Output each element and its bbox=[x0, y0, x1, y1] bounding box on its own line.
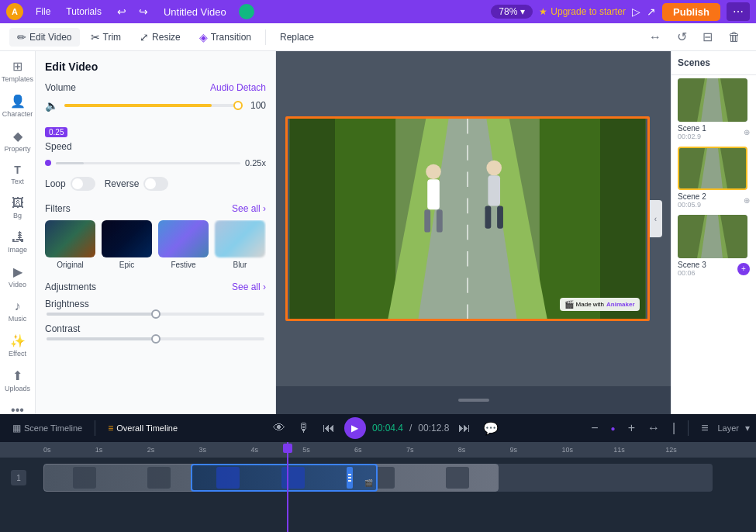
speed-slider[interactable] bbox=[56, 162, 240, 164]
share-icon[interactable]: ↗ bbox=[647, 5, 656, 18]
redo-button[interactable]: ↪ bbox=[136, 4, 151, 19]
watermark-icon: 🎬 bbox=[564, 300, 574, 309]
layers-icon[interactable]: ≡ bbox=[698, 420, 711, 437]
scene-item-2[interactable]: Scene 2 00:05.9 ⊕ bbox=[671, 143, 756, 212]
contrast-slider[interactable] bbox=[47, 337, 264, 340]
brightness-row: Brightness bbox=[45, 299, 266, 316]
undo-button[interactable]: ↩ bbox=[114, 4, 129, 19]
scene-expand-1[interactable]: ⊕ bbox=[744, 128, 750, 136]
flip-icon[interactable]: ↔ bbox=[643, 27, 668, 47]
zoom-plus-icon[interactable]: + bbox=[625, 420, 638, 437]
playhead-handle[interactable] bbox=[283, 444, 292, 453]
current-time: 00:04.4 bbox=[372, 423, 403, 434]
overall-timeline-tab[interactable]: ≡ Overall Timeline bbox=[102, 420, 184, 437]
mark-2s: 2s bbox=[147, 446, 199, 454]
scene-timeline-tab[interactable]: ▦ Scene Timeline bbox=[6, 420, 88, 437]
adjustments-see-all[interactable]: See all › bbox=[232, 282, 266, 292]
upgrade-button[interactable]: ★ Upgrade to starter bbox=[539, 6, 626, 17]
reverse-toggle[interactable] bbox=[143, 177, 168, 191]
sidebar-item-uploads[interactable]: ⬆ Uploads bbox=[2, 364, 34, 397]
layer-chevron[interactable]: ▾ bbox=[745, 423, 750, 434]
fit-icon[interactable]: ↔ bbox=[644, 420, 663, 437]
video-track: 1 00:03.9 bbox=[43, 461, 713, 495]
video-icon: ▶ bbox=[13, 264, 22, 279]
tutorials-menu[interactable]: Tutorials bbox=[60, 5, 108, 19]
zoom-minus-icon[interactable]: − bbox=[588, 420, 601, 437]
svg-rect-9 bbox=[427, 179, 440, 209]
volume-thumb[interactable] bbox=[233, 101, 243, 110]
filter-original-label: Original bbox=[57, 261, 83, 269]
mark-3s: 3s bbox=[199, 446, 251, 454]
sidebar-label-templates: Templates bbox=[2, 75, 33, 83]
sidebar-item-templates[interactable]: ⊞ Templates bbox=[2, 54, 34, 88]
next-frame-icon[interactable]: ⏭ bbox=[455, 420, 474, 437]
scene-time-1: 00:02.9 bbox=[678, 133, 706, 140]
sidebar-item-music[interactable]: ♪ Music bbox=[2, 295, 34, 327]
scene-item-1[interactable]: Scene 1 00:02.9 ⊕ bbox=[671, 75, 756, 143]
sidebar-item-more[interactable]: ••• More bbox=[2, 399, 34, 414]
filters-label: Filters bbox=[45, 203, 71, 214]
clip-selected[interactable]: 00:03.9 🎬 bbox=[191, 464, 378, 492]
sidebar-item-image[interactable]: 🏞 Image bbox=[2, 226, 34, 258]
sidebar-item-effect[interactable]: ✨ Effect bbox=[2, 329, 34, 362]
sidebar-label-effect: Effect bbox=[9, 350, 26, 358]
scene-item-3[interactable]: Scene 3 00:06 + bbox=[671, 212, 756, 280]
file-menu[interactable]: File bbox=[29, 5, 57, 19]
play-icon[interactable]: ▷ bbox=[632, 5, 640, 18]
volume-slider[interactable] bbox=[64, 104, 238, 107]
filter-original[interactable]: Original bbox=[45, 220, 95, 269]
svg-point-8 bbox=[426, 164, 441, 180]
split-icon[interactable]: | bbox=[669, 420, 678, 437]
mark-10s: 10s bbox=[561, 446, 613, 454]
speed-section: 0.25 Speed 0.25x bbox=[45, 124, 266, 168]
resize-button[interactable]: ⤢ Resize bbox=[132, 28, 188, 47]
time-separator: / bbox=[409, 423, 412, 434]
transition-button[interactable]: ◈ Transition bbox=[192, 28, 259, 47]
scene-info-1: Scene 1 00:02.9 ⊕ bbox=[678, 124, 750, 140]
sidebar-item-video[interactable]: ▶ Video bbox=[2, 260, 34, 293]
scene-expand-2[interactable]: ⊕ bbox=[744, 196, 750, 205]
sidebar-item-character[interactable]: 👤 Character bbox=[2, 89, 34, 123]
publish-button[interactable]: Publish bbox=[662, 3, 720, 21]
caption-icon[interactable]: 💬 bbox=[480, 420, 502, 437]
mic-icon[interactable]: 🎙 bbox=[295, 420, 313, 437]
left-sidebar: ⊞ Templates 👤 Character ◆ Property T Tex… bbox=[0, 51, 36, 414]
scene-add-3[interactable]: + bbox=[737, 263, 750, 275]
audio-detach-link[interactable]: Audio Detach bbox=[210, 82, 266, 93]
mark-12s: 12s bbox=[665, 446, 717, 454]
filter-epic[interactable]: Epic bbox=[102, 220, 152, 269]
app-logo[interactable]: A bbox=[6, 3, 23, 20]
replace-button[interactable]: Replace bbox=[272, 29, 322, 46]
svg-rect-14 bbox=[485, 206, 491, 228]
brightness-slider[interactable] bbox=[47, 313, 264, 316]
volume-label: Volume bbox=[45, 82, 76, 93]
play-button[interactable]: ▶ bbox=[344, 417, 366, 439]
layer-label: Layer bbox=[717, 423, 739, 433]
rotate-icon[interactable]: ↺ bbox=[671, 26, 693, 47]
sidebar-item-bg[interactable]: 🖼 Bg bbox=[2, 192, 34, 224]
filter-festive[interactable]: Festive bbox=[158, 220, 209, 269]
contrast-thumb[interactable] bbox=[151, 334, 161, 344]
collapse-panel-button[interactable]: ‹ bbox=[650, 200, 662, 237]
filter-blur[interactable]: Blur bbox=[215, 220, 265, 269]
filters-see-all[interactable]: See all › bbox=[232, 203, 266, 214]
more-button[interactable]: ⋯ bbox=[727, 2, 750, 21]
delete-icon[interactable]: 🗑 bbox=[722, 27, 747, 47]
loop-toggle[interactable] bbox=[71, 177, 95, 191]
zoom-control[interactable]: 78% ▾ bbox=[491, 5, 533, 19]
svg-rect-4 bbox=[539, 119, 599, 319]
main-content: ⊞ Templates 👤 Character ◆ Property T Tex… bbox=[0, 51, 756, 414]
scene-name-3: Scene 3 bbox=[678, 261, 706, 269]
sidebar-item-property[interactable]: ◆ Property bbox=[2, 124, 34, 157]
scene-thumb-3 bbox=[678, 215, 747, 258]
sidebar-item-text[interactable]: T Text bbox=[2, 159, 34, 190]
brightness-thumb[interactable] bbox=[151, 309, 161, 319]
view-toggle-icon[interactable]: 👁 bbox=[270, 420, 288, 437]
zoom-slider-icon[interactable]: ● bbox=[608, 423, 619, 434]
edit-video-button[interactable]: ✏ Edit Video bbox=[9, 28, 80, 47]
prev-frame-icon[interactable]: ⏮ bbox=[319, 420, 338, 437]
split-icon[interactable]: ⊟ bbox=[696, 26, 719, 47]
video-area: 🎬 Made with Animaker ‹ bbox=[276, 51, 671, 414]
trim-button[interactable]: ✂ Trim bbox=[83, 28, 129, 47]
playhead-ruler bbox=[287, 442, 288, 458]
